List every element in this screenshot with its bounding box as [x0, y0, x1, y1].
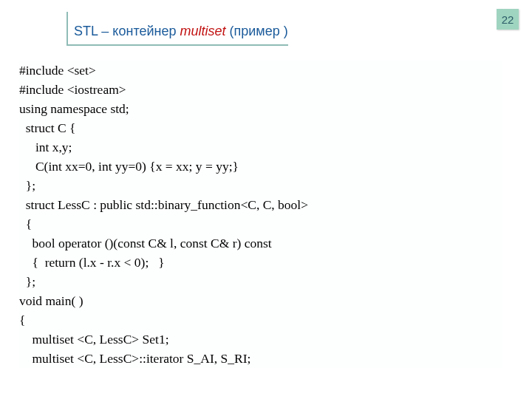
slide: 22 STL – контейнер multiset (пример ) #i…: [0, 0, 532, 399]
code-line: using namespace std;: [19, 99, 502, 118]
code-line: struct LessC : public std::binary_functi…: [19, 195, 502, 214]
code-line: bool operator ()(const C& l, const C& r)…: [19, 233, 502, 253]
slide-title: STL – контейнер multiset (пример ): [74, 24, 288, 39]
code-line: void main( ): [19, 291, 502, 310]
code-line: int x,y;: [19, 137, 502, 157]
code-line: #include <iostream>: [19, 80, 502, 99]
page-number: 22: [502, 13, 514, 26]
title-rule-horizontal: [66, 44, 288, 46]
code-line: {: [19, 214, 502, 233]
code-block: #include <set> #include <iostream> using…: [19, 61, 502, 368]
code-line: };: [19, 176, 502, 195]
code-line: { return (l.x - r.x < 0); }: [19, 253, 502, 272]
title-suffix: (пример ): [225, 24, 287, 38]
code-line: struct C {: [19, 118, 502, 137]
title-keyword: multiset: [180, 24, 225, 38]
title-rule-vertical: [66, 12, 68, 46]
code-line: multiset <C, LessC> Set1;: [19, 330, 502, 349]
code-line: {: [19, 310, 502, 330]
code-line: #include <set>: [19, 61, 502, 80]
code-line: };: [19, 272, 502, 291]
title-prefix: STL – контейнер: [74, 24, 180, 38]
page-number-badge: 22: [497, 9, 519, 30]
code-line: multiset <C, LessC>::iterator S_AI, S_RI…: [19, 349, 502, 368]
code-line: C(int xx=0, int yy=0) {x = xx; y = yy;}: [19, 157, 502, 176]
